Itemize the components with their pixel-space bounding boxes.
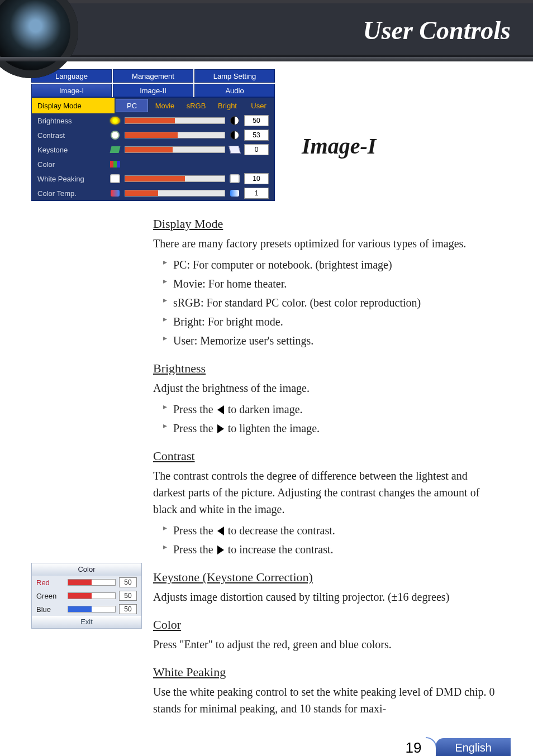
label-red: Red	[36, 578, 64, 587]
osd-tab-lamp: Lamp Setting	[194, 69, 275, 83]
osd-temp-value: 1	[244, 188, 269, 199]
keystone-right-icon	[229, 145, 241, 155]
value-green: 50	[119, 591, 137, 601]
label-blue: Blue	[36, 605, 64, 614]
text-color-intro: Press "Enter" to adjust the red, green a…	[153, 636, 499, 653]
bar-blue	[68, 606, 116, 613]
section-title: Image-I	[302, 133, 376, 159]
lens-graphic	[0, 0, 78, 78]
page-number: 19	[405, 739, 421, 757]
osd-tab-image1: Image-I	[31, 84, 112, 97]
osd-row-brightness: Brightness 50	[32, 113, 274, 128]
text-increase: to increase the contrast.	[225, 543, 334, 556]
text-displaymode-intro: There are many factory presets optimized…	[153, 235, 499, 252]
text-press4: Press the	[173, 543, 216, 556]
text-decrease: to decrease the contrast.	[225, 524, 335, 537]
value-blue: 50	[119, 604, 137, 614]
osd-row-whitepeaking: White Peaking 10	[32, 171, 274, 186]
osd-contrast-bar	[125, 132, 225, 138]
osd-row-keystone: Keystone 0	[32, 142, 274, 157]
sun-icon	[109, 116, 121, 126]
header-title: User Controls	[363, 16, 511, 45]
bar-green	[68, 592, 116, 599]
osd-row-colortemp: Color Temp. 1	[32, 186, 274, 200]
osd-contrast-value: 53	[244, 130, 269, 141]
color-row-green: Green 50	[32, 589, 141, 602]
header-divider	[0, 57, 533, 61]
osd-keystone-value: 0	[244, 144, 269, 155]
osd-row-contrast: Contrast 53	[32, 128, 274, 142]
left-arrow-icon	[217, 405, 224, 414]
right-arrow-icon	[217, 424, 224, 433]
body-content: Display Mode There are many factory pres…	[153, 214, 499, 717]
color-submenu-title: Color	[32, 563, 141, 576]
osd-white-value: 10	[244, 173, 269, 184]
rgb-icon	[109, 159, 121, 169]
li-brightness-left: Press the to darken image.	[163, 401, 499, 418]
label-green: Green	[36, 592, 64, 600]
osd-temp-label: Color Temp.	[37, 189, 109, 198]
osd-color-label: Color	[37, 160, 109, 169]
li-bright: Bright: For bright mode.	[163, 313, 499, 330]
value-red: 50	[119, 577, 137, 587]
osd-white-bar	[125, 175, 225, 182]
text-contrast-intro: The contrast controls the degree of diff…	[153, 467, 499, 518]
text-press3: Press the	[173, 524, 216, 537]
osd-tab-audio: Audio	[194, 84, 275, 97]
heading-color: Color	[153, 615, 499, 634]
osd-mode-srgb: sRGB	[180, 98, 212, 113]
text-darken: to darken image.	[225, 403, 303, 415]
text-press2: Press the	[173, 422, 216, 434]
text-lighten: to lighten the image.	[225, 422, 320, 434]
left-arrow-icon	[217, 527, 224, 535]
page-header: User Controls	[0, 0, 533, 61]
osd-brightness-label: Brightness	[37, 117, 109, 125]
contrast-icon	[229, 116, 241, 126]
li-brightness-right: Press the to lighten the image.	[163, 420, 499, 437]
temp-right-icon	[229, 188, 241, 198]
osd-mode-bright: Bright	[212, 98, 243, 113]
osd-temp-bar	[125, 190, 225, 197]
osd-mode-movie: Movie	[149, 98, 180, 113]
color-row-blue: Blue 50	[32, 602, 141, 616]
osd-tab-management: Management	[113, 69, 193, 83]
heading-white: White Peaking	[153, 663, 499, 681]
osd-keystone-bar	[125, 146, 225, 153]
osd-mode-pc: PC	[116, 99, 148, 112]
right-arrow-icon	[217, 546, 224, 554]
osd-displaymode-label: Display Mode	[32, 98, 115, 113]
osd-white-label: White Peaking	[37, 175, 109, 183]
bar-red	[68, 579, 116, 586]
text-white-intro: Use the white peaking control to set the…	[153, 683, 499, 717]
color-row-red: Red 50	[32, 576, 141, 589]
footer-language: English	[436, 738, 511, 756]
text-brightness-intro: Adjust the brightness of the image.	[153, 380, 499, 396]
li-contrast-right: Press the to increase the contrast.	[163, 541, 499, 558]
color-submenu: Color Red 50 Green 50 Blue 50 Exit	[31, 563, 142, 629]
li-contrast-left: Press the to decrease the contrast.	[163, 522, 499, 539]
heading-displaymode: Display Mode	[153, 214, 499, 233]
whitepeak-left-icon	[109, 174, 121, 184]
osd-brightness-bar	[125, 117, 225, 124]
heading-brightness: Brightness	[153, 359, 499, 377]
osd-mode-user: User	[243, 98, 274, 113]
osd-row-color: Color	[32, 157, 274, 171]
footer-curve	[426, 737, 437, 756]
text-keystone-intro: Adjusts image distortion caused by tilti…	[153, 588, 499, 605]
osd-brightness-value: 50	[244, 115, 269, 126]
osd-contrast-label: Contrast	[37, 131, 109, 140]
osd-keystone-label: Keystone	[37, 146, 109, 154]
page-footer: 19 English	[0, 734, 533, 756]
color-submenu-exit: Exit	[32, 616, 141, 628]
osd-menu: Language Management Lamp Setting Image-I…	[31, 69, 275, 201]
whitepeak-right-icon	[229, 174, 241, 184]
halfcircle-icon	[229, 130, 241, 140]
heading-keystone: Keystone (Keystone Correction)	[153, 568, 499, 586]
heading-contrast: Contrast	[153, 447, 499, 465]
temp-left-icon	[109, 188, 121, 198]
li-pc: PC: For computer or notebook. (brightest…	[163, 256, 499, 273]
li-user: User: Memorize user's settings.	[163, 332, 499, 349]
keystone-left-icon	[109, 145, 121, 155]
circle-icon	[109, 130, 121, 140]
osd-row-displaymode: Display Mode PC Movie sRGB Bright User	[32, 98, 274, 113]
